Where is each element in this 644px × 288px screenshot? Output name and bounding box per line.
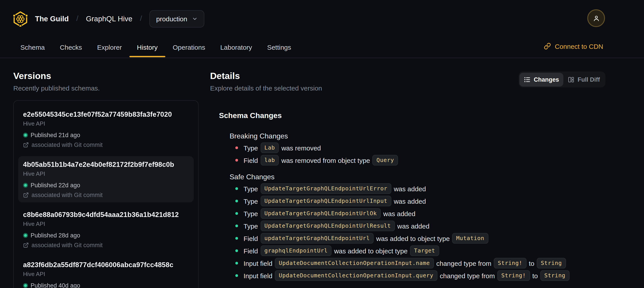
- change-row: Input fieldUpdateDocumentCollectionOpera…: [230, 257, 600, 269]
- chevron-down-icon: [192, 16, 198, 22]
- view-toggle: ChangesFull Diff: [518, 72, 606, 87]
- hive-logo-icon[interactable]: [13, 11, 28, 27]
- tab-laboratory[interactable]: Laboratory: [213, 36, 260, 58]
- published-text: Published 22d ago: [30, 182, 80, 189]
- version-service: Hive API: [23, 220, 189, 227]
- version-list-item[interactable]: c8b6e88a06793b9c4dfd54aaa21b36a1b421d812…: [18, 206, 194, 252]
- published-dot-icon: [23, 133, 28, 138]
- connect-to-cdn-link[interactable]: Connect to CDN: [544, 37, 603, 55]
- breadcrumb-project[interactable]: GraphQL Hive: [86, 15, 132, 23]
- published-text: Published 40d ago: [30, 282, 80, 288]
- version-git-link[interactable]: associated with Git commit: [23, 142, 189, 148]
- change-text: was removed: [282, 144, 321, 152]
- breadcrumb-separator: /: [76, 14, 78, 23]
- bullet-icon: [235, 250, 238, 252]
- tab-explorer[interactable]: Explorer: [90, 36, 130, 58]
- version-published: Published 22d ago: [23, 182, 189, 189]
- change-text: Type: [244, 210, 258, 217]
- version-list-item[interactable]: e2e55045345ce13fe07f52a77459b83fa3fe7020…: [18, 106, 194, 152]
- change-row: FieldupdateTargetGraphQLEndpointUrlwas a…: [230, 232, 600, 244]
- view-full-diff-button[interactable]: Full Diff: [564, 73, 604, 86]
- change-row: TypeUpdateTargetGraphQLEndpointUrlResult…: [230, 220, 600, 232]
- change-text: was added to object type: [334, 247, 408, 254]
- external-link-icon: [23, 142, 29, 148]
- code-badge: UpdateTargetGraphQLEndpointUrlResult: [260, 220, 395, 231]
- tab-settings[interactable]: Settings: [260, 36, 298, 58]
- brand-row: The Guild / GraphQL Hive / production: [13, 0, 204, 37]
- external-link-icon: [23, 242, 29, 248]
- change-sections: Breaking ChangesTypeLabwas removedFieldl…: [219, 132, 600, 282]
- breadcrumb-org[interactable]: The Guild: [35, 15, 69, 23]
- version-hash: e2e55045345ce13fe07f52a77459b83fa3fe7020: [23, 111, 189, 119]
- version-git-link[interactable]: associated with Git commit: [23, 242, 189, 248]
- change-text: to: [532, 272, 538, 279]
- user-menu-button[interactable]: [587, 9, 605, 27]
- tab-schema[interactable]: Schema: [13, 36, 52, 58]
- bullet-icon: [235, 274, 238, 277]
- version-list-item[interactable]: 4b05ab51b1b4a7e2e4b0ef82172f2b9f7ef98c0b…: [18, 156, 194, 202]
- version-list-item[interactable]: a823f6db2a55df877dcf406006abca97fcc4858c…: [18, 256, 194, 288]
- change-row: TypeUpdateTargetGraphQLEndpointUrlOkwas …: [230, 207, 600, 220]
- change-text: Field: [244, 234, 258, 242]
- list-icon: [524, 76, 530, 83]
- header: The Guild / GraphQL Hive / production Sc…: [0, 0, 644, 58]
- change-text: Input field: [244, 259, 272, 267]
- published-text: Published 28d ago: [30, 232, 80, 239]
- code-badge: updateTargetGraphQLEndpointUrl: [260, 233, 374, 244]
- code-badge: UpdateTargetGraphQLEndpointUrlError: [260, 183, 391, 194]
- git-commit-text: associated with Git commit: [32, 242, 102, 248]
- code-badge: UpdateDocumentCollectionOperationInput.n…: [275, 258, 434, 269]
- change-row: TypeUpdateTargetGraphQLEndpointUrlInputw…: [230, 195, 600, 207]
- tab-operations[interactable]: Operations: [165, 36, 213, 58]
- bullet-icon: [235, 237, 238, 240]
- tab-history[interactable]: History: [130, 36, 165, 58]
- change-text: was added: [397, 222, 430, 230]
- code-badge: String!: [494, 258, 526, 269]
- versions-list: e2e55045345ce13fe07f52a77459b83fa3fe7020…: [13, 100, 198, 288]
- change-text: Input field: [244, 272, 272, 279]
- columns-icon: [568, 76, 575, 83]
- published-dot-icon: [23, 233, 28, 238]
- environment-select-value: production: [156, 15, 187, 23]
- change-text: Type: [244, 185, 258, 192]
- code-badge: UpdateTargetGraphQLEndpointUrlInput: [260, 196, 391, 207]
- details-panel: Details Explore details of the selected …: [210, 71, 606, 92]
- change-text: Field: [244, 247, 258, 254]
- user-icon: [592, 15, 600, 22]
- code-badge: UpdateDocumentCollectionOperationInput.q…: [275, 270, 437, 281]
- change-row: Fieldlabwas removed from object typeQuer…: [230, 154, 600, 166]
- section-title: Breaking Changes: [230, 132, 600, 141]
- version-service: Hive API: [23, 271, 189, 277]
- code-badge: String!: [497, 270, 530, 281]
- app-root: The Guild / GraphQL Hive / production Sc…: [0, 0, 644, 288]
- section-safe-changes: Safe ChangesTypeUpdateTargetGraphQLEndpo…: [219, 173, 600, 282]
- tab-checks[interactable]: Checks: [52, 36, 90, 58]
- change-row: TypeLabwas removed: [230, 142, 600, 154]
- code-badge: String: [537, 258, 566, 269]
- change-text: Type: [244, 197, 258, 205]
- change-text: was removed from object type: [282, 156, 370, 164]
- change-text: Field: [244, 156, 258, 164]
- environment-select[interactable]: production: [150, 10, 204, 27]
- view-changes-button[interactable]: Changes: [520, 73, 563, 86]
- version-published: Published 28d ago: [23, 232, 189, 239]
- code-badge: Mutation: [452, 233, 488, 244]
- version-git-link[interactable]: associated with Git commit: [23, 192, 189, 198]
- schema-changes-title: Schema Changes: [219, 111, 600, 120]
- change-text: Type: [244, 222, 258, 230]
- code-badge: lab: [260, 155, 279, 166]
- versions-title: Versions: [13, 71, 100, 81]
- version-hash: 4b05ab51b1b4a7e2e4b0ef82172f2b9f7ef98c0b: [23, 161, 189, 169]
- code-badge: UpdateTargetGraphQLEndpointUrlOk: [260, 208, 381, 219]
- connect-to-cdn-label: Connect to CDN: [555, 42, 603, 50]
- change-row: Input fieldUpdateDocumentCollectionOpera…: [230, 269, 600, 282]
- code-badge: String: [540, 270, 569, 281]
- bullet-icon: [235, 159, 238, 162]
- tab-bar: SchemaChecksExplorerHistoryOperationsLab…: [13, 36, 299, 58]
- code-badge: graphqlEndpointUrl: [260, 245, 332, 256]
- bullet-icon: [235, 225, 238, 227]
- versions-subtitle: Recently published schemas.: [13, 84, 100, 92]
- change-text: changed type from: [436, 259, 492, 267]
- change-text: was added: [394, 197, 426, 205]
- external-link-icon: [23, 192, 29, 198]
